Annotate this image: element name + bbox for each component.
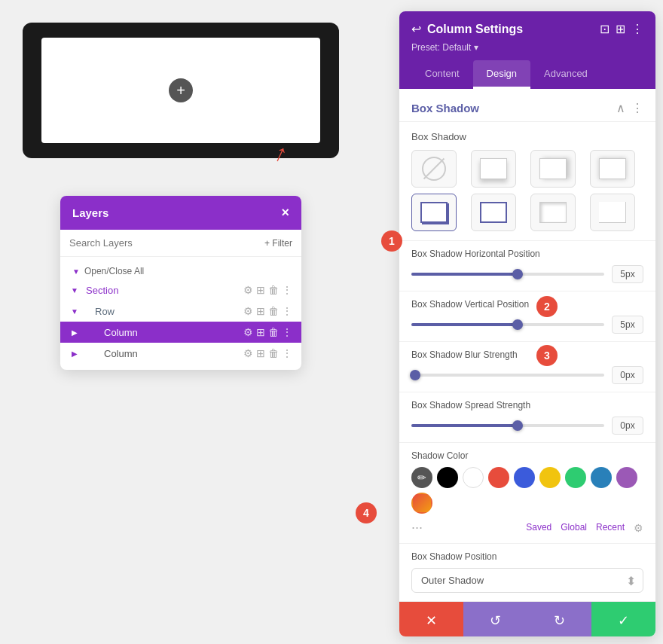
- tab-content[interactable]: Content: [411, 60, 473, 89]
- slider-blur-track[interactable]: [411, 374, 604, 377]
- section-actions: ⚙ ⊞ 🗑 ⋮: [243, 284, 292, 296]
- slider-spread-thumb[interactable]: [512, 420, 523, 431]
- more-icon[interactable]: ⋮: [282, 305, 292, 317]
- shadow-option-none[interactable]: [411, 150, 457, 188]
- no-shadow-icon: [422, 157, 446, 181]
- cancel-button[interactable]: ✕: [399, 602, 463, 636]
- canvas-area: +: [23, 23, 339, 158]
- box-shadow-section-header: Box Shadow ∧ ⋮: [399, 89, 655, 122]
- slider-vertical-position: Box Shadow Vertical Position 5px: [399, 291, 655, 341]
- slider-vertical-value[interactable]: 5px: [612, 316, 643, 334]
- global-colors-btn[interactable]: Global: [561, 522, 587, 534]
- section-toggle[interactable]: ▼: [69, 285, 80, 295]
- slider-horizontal-track[interactable]: [411, 273, 604, 276]
- layers-search-input[interactable]: [69, 237, 258, 249]
- row-actions: ⚙ ⊞ 🗑 ⋮: [243, 305, 292, 317]
- color-swatch-gradient[interactable]: [411, 493, 432, 514]
- slider-blur-value[interactable]: 0px: [612, 366, 643, 384]
- duplicate-icon[interactable]: ⊞: [256, 305, 265, 317]
- slider-vertical-thumb[interactable]: [512, 319, 523, 330]
- settings-panel: ↩ Column Settings ⊡ ⊞ ⋮ Preset: Default …: [399, 11, 655, 636]
- undo-button[interactable]: ↺: [463, 602, 527, 636]
- shadow-option-outer[interactable]: [471, 194, 516, 231]
- shadow-option-corner[interactable]: [590, 194, 635, 231]
- settings-panel-header: ↩ Column Settings ⊡ ⊞ ⋮: [399, 11, 655, 41]
- more-icon[interactable]: ⋮: [282, 347, 292, 359]
- responsive-icon[interactable]: ⊡: [600, 22, 610, 36]
- column-toggle[interactable]: ▶: [69, 327, 80, 337]
- delete-icon[interactable]: 🗑: [268, 347, 279, 359]
- step-badge-1: 1: [381, 230, 402, 252]
- column2-toggle[interactable]: ▶: [69, 348, 80, 359]
- layer-item-column-active[interactable]: ▶ Column ⚙ ⊞ 🗑 ⋮: [60, 322, 301, 343]
- slider-horizontal-value[interactable]: 5px: [612, 265, 643, 283]
- tab-design[interactable]: Design: [473, 60, 530, 89]
- slider-horizontal-thumb[interactable]: [512, 269, 523, 279]
- row-toggle[interactable]: ▼: [69, 306, 80, 316]
- column-inactive-actions: ⚙ ⊞ 🗑 ⋮: [243, 347, 292, 359]
- slider-spread-value[interactable]: 0px: [612, 417, 643, 435]
- color-settings-icon[interactable]: ⚙: [634, 522, 643, 534]
- canvas-inner[interactable]: +: [41, 38, 320, 143]
- gear-icon[interactable]: ⚙: [243, 305, 253, 317]
- layer-item-section[interactable]: ▼ Section ⚙ ⊞ 🗑 ⋮: [60, 279, 301, 301]
- color-tools: ··· Saved Global Recent ⚙: [411, 520, 643, 536]
- delete-icon[interactable]: 🗑: [268, 284, 279, 296]
- layers-close-button[interactable]: ×: [281, 205, 289, 221]
- more-options-icon[interactable]: ⋮: [631, 22, 643, 36]
- layer-item-column-inactive[interactable]: ▶ Column ⚙ ⊞ 🗑 ⋮: [60, 343, 301, 364]
- delete-icon[interactable]: 🗑: [268, 326, 279, 338]
- confirm-button[interactable]: ✓: [591, 602, 655, 636]
- color-edit-swatch[interactable]: ✏: [411, 467, 432, 488]
- add-element-button[interactable]: +: [169, 78, 193, 102]
- more-colors-icon[interactable]: ···: [411, 520, 423, 536]
- slider-vertical-track[interactable]: [411, 323, 604, 326]
- color-swatch-blue[interactable]: [514, 467, 535, 488]
- shadow-option-full[interactable]: [590, 150, 635, 188]
- more-icon[interactable]: ⋮: [282, 284, 292, 296]
- shadow-option-inset[interactable]: [530, 194, 576, 231]
- back-button[interactable]: ↩: [411, 22, 421, 36]
- gear-icon[interactable]: ⚙: [243, 326, 253, 338]
- header-icons: ⊡ ⊞ ⋮: [600, 22, 643, 36]
- tab-advanced[interactable]: Advanced: [530, 60, 601, 89]
- slider-spread-track[interactable]: [411, 424, 604, 427]
- saved-colors-btn[interactable]: Saved: [526, 522, 551, 534]
- color-swatch-white[interactable]: [463, 467, 484, 488]
- shadow-option-bottom[interactable]: [471, 150, 516, 188]
- redo-button[interactable]: ↻: [527, 602, 591, 636]
- collapse-icon[interactable]: ∧: [616, 101, 625, 115]
- shadow-position-select[interactable]: Outer Shadow Inner Shadow: [411, 568, 643, 593]
- color-swatch-darkblue[interactable]: [591, 467, 612, 488]
- fullscreen-icon[interactable]: ⊞: [616, 22, 625, 36]
- shadow-preview-inset: [539, 202, 567, 223]
- shadow-preview-custom1: [420, 202, 448, 223]
- more-icon[interactable]: ⋮: [282, 326, 292, 338]
- shadow-option-right[interactable]: [530, 150, 576, 188]
- step-badge-2: 2: [536, 296, 558, 317]
- recent-colors-btn[interactable]: Recent: [596, 522, 625, 534]
- color-swatch-yellow[interactable]: [539, 467, 561, 488]
- settings-preset[interactable]: Preset: Default ▾: [399, 41, 655, 60]
- shadow-preview-right: [539, 158, 567, 179]
- shadow-preview-bottom: [480, 158, 507, 179]
- gear-icon[interactable]: ⚙: [243, 284, 253, 296]
- color-swatch-green[interactable]: [565, 467, 586, 488]
- delete-icon[interactable]: 🗑: [268, 305, 279, 317]
- open-close-all[interactable]: ▼ Open/Close All: [60, 263, 301, 279]
- gear-icon[interactable]: ⚙: [243, 347, 253, 359]
- layer-item-row[interactable]: ▼ Row ⚙ ⊞ 🗑 ⋮: [60, 301, 301, 322]
- shadow-option-custom1[interactable]: [411, 194, 457, 231]
- color-swatch-purple[interactable]: [616, 467, 637, 488]
- color-swatch-black[interactable]: [437, 467, 458, 488]
- shadow-position-label: Box Shadow Position: [411, 551, 643, 562]
- shadow-position-select-wrapper: Outer Shadow Inner Shadow: [411, 568, 643, 593]
- color-swatch-red[interactable]: [488, 467, 509, 488]
- filter-button[interactable]: + Filter: [264, 238, 292, 249]
- duplicate-icon[interactable]: ⊞: [256, 347, 265, 359]
- section-more-icon[interactable]: ⋮: [631, 101, 643, 115]
- slider-blur-thumb[interactable]: [410, 370, 420, 380]
- duplicate-icon[interactable]: ⊞: [256, 326, 265, 338]
- duplicate-icon[interactable]: ⊞: [256, 284, 265, 296]
- box-shadow-title: Box Shadow: [411, 102, 479, 114]
